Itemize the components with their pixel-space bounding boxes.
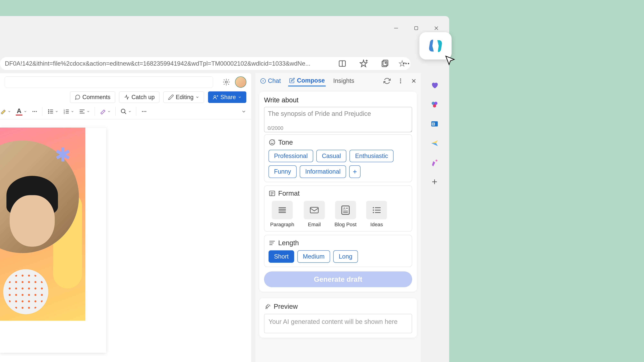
svg-point-13 <box>406 63 407 64</box>
compose-tab-label: Compose <box>297 77 325 84</box>
more-font-tool[interactable] <box>32 109 38 114</box>
length-options: Short Medium Long <box>268 250 408 263</box>
refresh-icon[interactable] <box>384 77 390 84</box>
format-paragraph[interactable]: Paragraph <box>270 201 294 228</box>
preview-card: Preview Your AI generated content will b… <box>259 298 417 338</box>
comments-button[interactable]: Comments <box>70 91 115 103</box>
svg-point-26 <box>48 112 49 114</box>
maximize-button[interactable] <box>413 25 420 31</box>
panel-close-icon[interactable] <box>410 78 417 84</box>
ribbon-expand[interactable] <box>241 109 246 114</box>
format-options: Paragraph Email A Blog Post Ideas <box>268 201 408 228</box>
document-page: ✱ <box>0 128 85 321</box>
chat-tab-label: Chat <box>268 77 281 84</box>
favorites-icon[interactable] <box>359 59 368 68</box>
minimize-button[interactable] <box>393 25 399 31</box>
catchup-button[interactable]: Catch up <box>119 91 160 103</box>
svg-point-68 <box>373 212 374 213</box>
svg-point-45 <box>400 80 401 81</box>
compose-tab[interactable]: Compose <box>288 75 326 86</box>
format-blogpost[interactable]: A Blog Post <box>334 201 356 228</box>
ribbon-more[interactable] <box>141 109 147 114</box>
tone-options: Professional Casual Enthusiastic Funny I… <box>268 150 408 178</box>
svg-rect-59 <box>342 206 349 214</box>
char-count: 0/2000 <box>268 125 412 131</box>
svg-point-41 <box>145 111 146 112</box>
insights-tab-label: Insights <box>333 77 354 84</box>
collections-icon[interactable] <box>380 59 389 68</box>
format-blogpost-label: Blog Post <box>334 222 356 228</box>
svg-point-46 <box>400 82 401 83</box>
align-tool[interactable] <box>79 108 90 115</box>
svg-point-24 <box>48 111 49 112</box>
svg-point-19 <box>32 111 33 112</box>
sparkle-decoration: ✱ <box>55 144 76 165</box>
svg-point-74 <box>270 306 271 306</box>
compose-panel-header: Chat Compose Insights <box>255 73 421 88</box>
share-button[interactable]: Share <box>208 91 246 103</box>
comments-label: Comments <box>82 94 110 100</box>
tone-section: Tone Professional Casual Enthusiastic Fu… <box>264 134 412 182</box>
write-placeholder: The synopsis of Pride and Prejudice <box>268 110 371 117</box>
tone-casual[interactable]: Casual <box>316 150 346 162</box>
document-canvas[interactable]: ✱ <box>0 128 106 353</box>
sidebar-office-icon[interactable] <box>430 100 439 109</box>
browser-toolbar-icons <box>338 57 410 70</box>
preview-icon <box>264 303 271 310</box>
compose-panel: Chat Compose Insights Write about The sy… <box>255 73 421 362</box>
numbered-list-tool[interactable]: 123 <box>63 108 74 115</box>
find-tool[interactable] <box>120 108 132 115</box>
panel-more-icon[interactable] <box>397 78 404 84</box>
svg-point-21 <box>36 111 37 112</box>
format-icon <box>268 190 276 197</box>
editing-button[interactable]: Editing <box>164 91 204 103</box>
styles-tool[interactable] <box>100 108 110 115</box>
sidebar-customize-icon[interactable] <box>430 158 439 167</box>
svg-point-16 <box>214 96 216 97</box>
tone-informational[interactable]: Informational <box>300 165 346 178</box>
svg-point-37 <box>121 109 125 113</box>
tone-professional[interactable]: Professional <box>268 150 313 162</box>
tone-enthusiastic[interactable]: Enthusiastic <box>350 150 394 162</box>
person-face <box>10 195 55 247</box>
preview-label: Preview <box>274 303 298 310</box>
chat-tab[interactable]: Chat <box>259 76 282 86</box>
more-icon[interactable] <box>402 59 410 68</box>
svg-text:3: 3 <box>64 112 65 114</box>
format-ideas[interactable]: Ideas <box>366 201 387 228</box>
length-medium[interactable]: Medium <box>297 250 330 263</box>
length-long[interactable]: Long <box>333 250 358 263</box>
sidebar-add-icon[interactable] <box>430 177 439 187</box>
split-screen-icon[interactable] <box>338 59 346 68</box>
format-section: Format Paragraph Email A Blog Post <box>264 185 412 232</box>
highlight-tool[interactable] <box>0 108 11 115</box>
svg-point-40 <box>144 111 144 112</box>
format-paragraph-label: Paragraph <box>270 222 294 228</box>
svg-point-73 <box>269 304 270 305</box>
sidebar-send-icon[interactable] <box>430 138 439 148</box>
settings-icon[interactable] <box>222 78 230 86</box>
tone-add[interactable]: + <box>349 165 360 178</box>
format-email[interactable]: Email <box>304 201 325 228</box>
close-button[interactable] <box>433 25 440 31</box>
separator <box>42 107 42 116</box>
sidebar-favorite-icon[interactable] <box>430 80 439 90</box>
user-avatar[interactable] <box>235 76 246 88</box>
font-color-tool[interactable]: A <box>16 107 27 115</box>
dotted-decoration <box>3 269 48 314</box>
sidebar-outlook-icon[interactable] <box>430 119 439 129</box>
ribbon-actions: Comments Catch up Editing Share <box>0 91 251 103</box>
insights-tab[interactable]: Insights <box>332 76 355 86</box>
length-short[interactable]: Short <box>268 250 294 263</box>
svg-point-22 <box>48 109 49 110</box>
bullet-list-tool[interactable] <box>47 108 58 115</box>
generate-draft-button[interactable]: Generate draft <box>264 271 412 287</box>
search-or-tellme[interactable] <box>5 76 213 88</box>
svg-point-14 <box>408 63 409 64</box>
svg-rect-79 <box>432 123 435 125</box>
svg-rect-1 <box>414 26 418 30</box>
tone-funny[interactable]: Funny <box>268 165 296 178</box>
catchup-label: Catch up <box>132 94 155 100</box>
format-email-label: Email <box>308 222 321 228</box>
ribbon-formatting: A 123 <box>0 103 251 119</box>
